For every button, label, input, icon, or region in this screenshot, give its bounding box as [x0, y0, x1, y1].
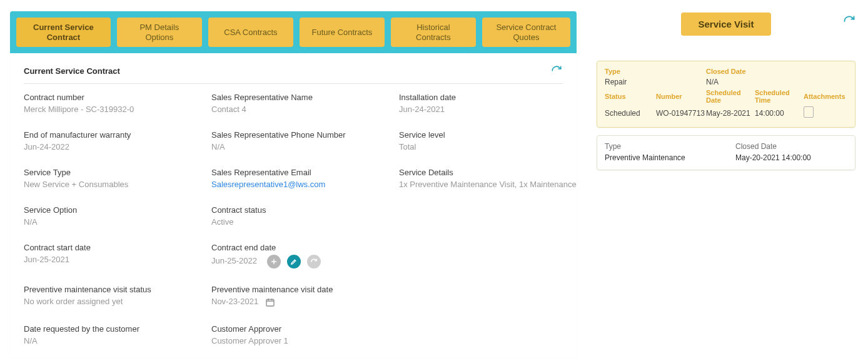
- col-closed-date: Closed Date: [706, 68, 847, 75]
- field-contract-start: Contract start date Jun-25-2021: [24, 243, 211, 268]
- field-service-details: Service Details 1x Preventive Maintenanc…: [399, 168, 587, 189]
- tab-pm-details-options[interactable]: PM Details Options: [117, 18, 202, 47]
- col-attachments: Attachments: [804, 93, 847, 100]
- tabs-bar: Current Service Contract PM Details Opti…: [10, 11, 577, 53]
- visit-status-value: Scheduled: [605, 109, 656, 118]
- tab-future-contracts[interactable]: Future Contracts: [300, 18, 385, 47]
- field-sales-rep-name: Sales Representative Name Contact 4: [211, 93, 399, 114]
- refresh-icon[interactable]: [843, 15, 855, 28]
- field-grid: Contract number Merck Millipore - SC-319…: [10, 93, 577, 358]
- field-customer-requested-date: Date requested by the customer N/A: [24, 324, 211, 345]
- tab-current-service-contract[interactable]: Current Service Contract: [16, 18, 111, 47]
- col-type: Type: [605, 68, 656, 75]
- simple-type-label: Type: [605, 142, 717, 151]
- svg-rect-0: [266, 300, 274, 307]
- section-title: Current Service Contract: [24, 66, 120, 76]
- visit-card-detailed[interactable]: Type Closed Date Repair N/A Status Numbe…: [597, 61, 855, 128]
- field-warranty-end: End of manufacturer warranty Jun-24-2022: [24, 130, 211, 151]
- field-contract-status: Contract status Active: [211, 205, 399, 227]
- visit-closed-value: N/A: [706, 78, 847, 86]
- simple-closed-value: May-20-2021 14:00:00: [735, 153, 847, 162]
- tab-historical-contracts[interactable]: Historical Contracts: [391, 18, 476, 47]
- visit-scheduled-time-value: 14:00:00: [755, 109, 804, 118]
- visit-scheduled-date-value: May-28-2021: [706, 109, 755, 118]
- col-scheduled-time: Scheduled Time: [755, 89, 804, 104]
- field-service-level: Service level Total: [399, 130, 587, 151]
- tab-service-contract-quotes[interactable]: Service Contract Quotes: [482, 18, 570, 47]
- col-scheduled-date: Scheduled Date: [706, 89, 755, 104]
- col-number: Number: [656, 93, 706, 100]
- visit-card-simple[interactable]: Type Preventive Maintenance Closed Date …: [597, 135, 855, 170]
- tab-service-visit[interactable]: Service Visit: [681, 13, 772, 36]
- add-icon[interactable]: [267, 255, 281, 268]
- visit-number-value: WO-01947713: [656, 109, 706, 118]
- simple-closed-label: Closed Date: [735, 142, 847, 151]
- field-service-option: Service Option N/A: [24, 205, 211, 227]
- attachment-icon[interactable]: [804, 106, 847, 120]
- col-status: Status: [605, 93, 656, 100]
- edit-icon[interactable]: [287, 255, 301, 268]
- field-customer-approver: Customer Approver Customer Approver 1: [211, 324, 399, 345]
- section-divider: [24, 83, 563, 84]
- tab-csa-contracts[interactable]: CSA Contracts: [208, 18, 293, 47]
- calendar-icon[interactable]: [265, 297, 276, 308]
- field-sales-rep-phone: Sales Representative Phone Number N/A: [211, 130, 399, 151]
- field-service-type: Service Type New Service + Consumables: [24, 168, 211, 189]
- service-visit-panel: Service Visit Type Closed Date Repair N/…: [593, 11, 859, 358]
- sales-rep-email-link[interactable]: Salesrepresentative1@lws.com: [211, 180, 399, 189]
- contract-panel: Current Service Contract PM Details Opti…: [10, 11, 577, 358]
- simple-type-value: Preventive Maintenance: [605, 153, 717, 162]
- field-contract-end: Contract end date Jun-25-2022: [211, 243, 399, 268]
- field-contract-number: Contract number Merck Millipore - SC-319…: [24, 93, 211, 114]
- field-pm-date: Preventive maintenance visit date Nov-23…: [211, 285, 399, 308]
- field-sales-rep-email: Sales Representative Email Salesrepresen…: [211, 168, 399, 189]
- visit-type-value: Repair: [605, 78, 656, 86]
- sync-icon[interactable]: [307, 255, 321, 268]
- field-installation-date: Installation date Jun-24-2021: [399, 93, 587, 114]
- refresh-icon[interactable]: [550, 64, 563, 77]
- field-pm-status: Preventive maintenance visit status No w…: [24, 285, 211, 308]
